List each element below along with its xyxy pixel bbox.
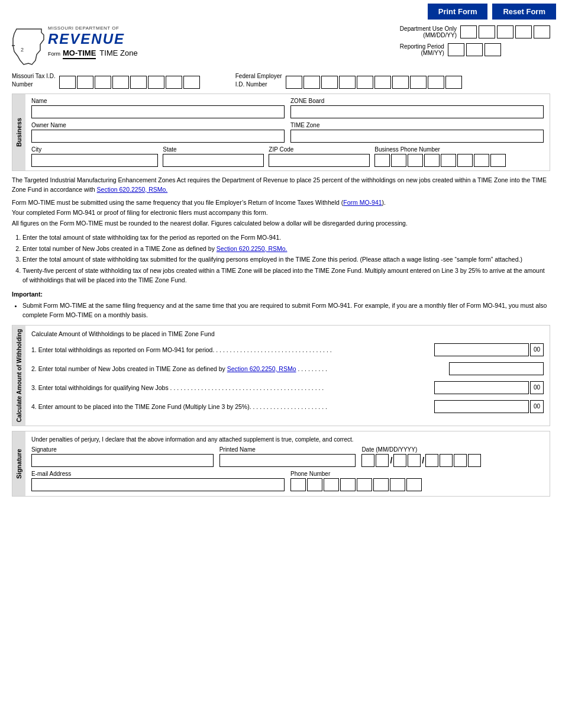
signature-input[interactable] bbox=[31, 454, 214, 467]
calc-line-4-input[interactable] bbox=[434, 400, 529, 413]
name-input[interactable] bbox=[31, 105, 285, 118]
date-mm-1[interactable] bbox=[361, 454, 374, 467]
mo-tax-box-3[interactable] bbox=[95, 76, 111, 89]
mo-map-icon: 2 bbox=[12, 28, 44, 66]
mo941-link[interactable]: Form MO-941 bbox=[343, 199, 382, 206]
printed-name-input[interactable] bbox=[219, 454, 356, 467]
step-1: Enter the total amount of state withhold… bbox=[22, 233, 550, 243]
fed-id-box-9[interactable] bbox=[428, 76, 444, 89]
sig-phone-8[interactable] bbox=[406, 478, 422, 491]
section-link-2[interactable]: Section 620.2250, RSMo. bbox=[217, 245, 288, 252]
calc-line-1-label: 1. Enter total withholdings as reported … bbox=[31, 346, 434, 353]
sig-phone-7[interactable] bbox=[390, 478, 405, 491]
reset-button[interactable]: Reset Form bbox=[492, 4, 556, 20]
step-4: Twenty-five percent of state withholding… bbox=[22, 266, 550, 285]
calc-line-2-label: 2. Enter total number of New Jobs create… bbox=[31, 365, 449, 372]
mo-tax-box-8[interactable] bbox=[183, 76, 200, 89]
date-dd-2[interactable] bbox=[408, 454, 421, 467]
fed-id-box-5[interactable] bbox=[357, 76, 373, 89]
sig-phone-5[interactable] bbox=[357, 478, 372, 491]
date-yyyy-3[interactable] bbox=[454, 454, 467, 467]
form-subtitle: TIME Zone bbox=[99, 49, 137, 57]
date-boxes: / / bbox=[361, 454, 544, 467]
date-mm-2[interactable] bbox=[376, 454, 389, 467]
calc-line-3-cents: 00 bbox=[530, 381, 544, 394]
calc-line-3-input[interactable] bbox=[434, 381, 529, 394]
phone-box-6[interactable] bbox=[457, 154, 473, 167]
mo-tax-box-6[interactable] bbox=[148, 76, 164, 89]
rep-period-box-3[interactable] bbox=[485, 43, 501, 56]
mo-tax-box-5[interactable] bbox=[130, 76, 147, 89]
state-input[interactable] bbox=[163, 154, 264, 167]
print-button[interactable]: Print Form bbox=[428, 4, 488, 20]
calc-line-1-input[interactable] bbox=[434, 343, 529, 356]
instructions-para3: Your completed Form MO-941 or proof of f… bbox=[12, 208, 550, 218]
sig-phone-1[interactable] bbox=[290, 478, 306, 491]
email-input[interactable] bbox=[31, 478, 285, 491]
zone-board-label: ZONE Board bbox=[290, 98, 544, 104]
calc-line-3-row: 3. Enter total withholdings for qualifyi… bbox=[31, 381, 544, 394]
mo-tax-box-4[interactable] bbox=[112, 76, 129, 89]
fed-id-box-1[interactable] bbox=[286, 76, 302, 89]
signature-field-label: Signature bbox=[31, 446, 214, 453]
zone-board-input[interactable] bbox=[290, 105, 544, 118]
time-zone-input[interactable] bbox=[290, 130, 544, 143]
date-yyyy-4[interactable] bbox=[468, 454, 481, 467]
calc-line-2-input[interactable] bbox=[449, 362, 544, 375]
city-label: City bbox=[31, 146, 158, 153]
phone-box-8[interactable] bbox=[490, 154, 506, 167]
section-link-1[interactable]: Section 620.2250, RSMo. bbox=[97, 186, 168, 193]
phone-box-3[interactable] bbox=[408, 154, 423, 167]
fed-id-box-6[interactable] bbox=[374, 76, 391, 89]
calc-line-4-label: 4. Enter amount to be placed into the TI… bbox=[31, 403, 434, 410]
instructions-para2a: Form MO-TIME must be submitted using the… bbox=[12, 199, 343, 206]
sig-phone-3[interactable] bbox=[324, 478, 339, 491]
phone-box-7[interactable] bbox=[474, 154, 489, 167]
mo-tax-box-2[interactable] bbox=[77, 76, 93, 89]
form-name: MO-TIME bbox=[63, 49, 96, 59]
calc-line-2-row: 2. Enter total number of New Jobs create… bbox=[31, 362, 544, 375]
reporting-period-label: Reporting Period (MM/YY) bbox=[400, 43, 444, 56]
sig-phone-4[interactable] bbox=[340, 478, 356, 491]
business-section: Business Name ZONE Board Owner Name bbox=[12, 94, 550, 171]
dept-use-box-2[interactable] bbox=[479, 25, 495, 38]
form-label: Form bbox=[48, 51, 60, 57]
printed-name-label: Printed Name bbox=[219, 446, 356, 453]
mo-tax-box-7[interactable] bbox=[166, 76, 182, 89]
zip-label: ZIP Code bbox=[269, 146, 370, 153]
phone-box-4[interactable] bbox=[424, 154, 440, 167]
dept-use-box-4[interactable] bbox=[515, 25, 532, 38]
fed-id-box-8[interactable] bbox=[410, 76, 427, 89]
sig-phone-2[interactable] bbox=[307, 478, 322, 491]
fed-id-box-10[interactable] bbox=[445, 76, 462, 89]
phone-number-label: Phone Number bbox=[290, 471, 544, 477]
dept-use-box-1[interactable] bbox=[460, 25, 477, 38]
rep-period-box-2[interactable] bbox=[466, 43, 483, 56]
date-yyyy-1[interactable] bbox=[425, 454, 438, 467]
date-label: Date (MM/DD/YYYY) bbox=[361, 446, 544, 453]
calc-section: Calculate Amount of Withholding Calculat… bbox=[12, 325, 550, 426]
phone-box-1[interactable] bbox=[374, 154, 390, 167]
mo-tax-id-boxes bbox=[59, 76, 200, 89]
calc-title: Calculate Amount of Withholdings to be p… bbox=[31, 330, 544, 337]
mo-tax-id-label: Missouri Tax I.D. Number bbox=[12, 72, 56, 89]
phone-box-2[interactable] bbox=[391, 154, 406, 167]
zip-input[interactable] bbox=[269, 154, 370, 167]
dept-use-box-5[interactable] bbox=[534, 25, 550, 38]
fed-id-box-3[interactable] bbox=[321, 76, 338, 89]
date-dd-1[interactable] bbox=[393, 454, 406, 467]
section-link-3[interactable]: Section 620.2250, RSMo bbox=[227, 365, 296, 372]
fed-id-box-4[interactable] bbox=[339, 76, 356, 89]
fed-id-box-2[interactable] bbox=[303, 76, 320, 89]
sig-phone-6[interactable] bbox=[373, 478, 389, 491]
email-label: E-mail Address bbox=[31, 471, 285, 477]
rep-period-box-1[interactable] bbox=[448, 43, 464, 56]
city-input[interactable] bbox=[31, 154, 158, 167]
top-bar: Print Form Reset Form bbox=[0, 0, 562, 23]
owner-name-input[interactable] bbox=[31, 130, 285, 143]
date-yyyy-2[interactable] bbox=[440, 454, 453, 467]
mo-tax-box-1[interactable] bbox=[59, 76, 76, 89]
fed-id-box-7[interactable] bbox=[392, 76, 409, 89]
dept-use-box-3[interactable] bbox=[497, 25, 513, 38]
phone-box-5[interactable] bbox=[441, 154, 456, 167]
